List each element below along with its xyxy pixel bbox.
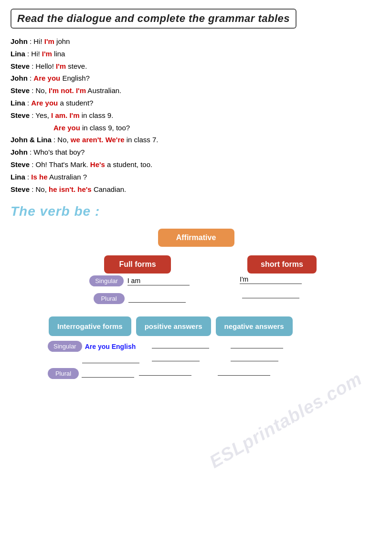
singular-interrog-text: Are you English — [85, 343, 147, 350]
grammar-area: ESLprintables.com Affirmative Full forms… — [11, 229, 381, 379]
dialogue-line-6: Lina : Are you a student? — [11, 97, 381, 109]
neg-plural-blank1 — [218, 368, 270, 376]
singular-full-row: Singular I am — [89, 275, 190, 286]
singular-short-value: I'm — [240, 275, 302, 284]
plural-full-blank — [128, 295, 186, 303]
dialogue-line-2: Lina : Hi! I'm lina — [11, 48, 381, 60]
positive-answers-button: positive answers — [136, 316, 211, 336]
plural-pill-1: Plural — [94, 293, 125, 304]
short-forms-button: short forms — [247, 255, 317, 274]
dialogue-line-7: Steve : Yes, I am. I'm in class 9. — [11, 109, 381, 122]
singular-full-value: I am — [127, 277, 190, 285]
singular-pill-interrog: Singular — [48, 341, 82, 352]
affirmative-button: Affirmative — [158, 229, 234, 247]
affirmative-section: Affirmative — [11, 229, 381, 252]
verb-section-title: The verb be : — [11, 204, 381, 219]
singular-short-row: I'm — [240, 275, 302, 284]
pos-sing-blank2 — [152, 354, 200, 361]
full-forms-button: Full forms — [104, 255, 171, 274]
interrog-sing-blank2 — [82, 356, 139, 363]
interrog-plural-blank1 — [82, 370, 134, 378]
dialogue-line-12: Lina : Is he Australian ? — [11, 171, 381, 183]
dialogue-line-5: Steve : No, I'm not. I'm Australian. — [11, 84, 381, 97]
plural-full-row: Plural — [94, 293, 186, 304]
dialogue-line-10: John : Who's that boy? — [11, 146, 381, 158]
interrog-plural-row: Plural — [11, 368, 381, 379]
pos-sing-blank1 — [152, 341, 209, 348]
dialogue-section: John : Hi! I'm john Lina : Hi! I'm lina … — [11, 35, 381, 195]
singular-pill-1: Singular — [89, 275, 124, 286]
page-title: Read the dialogue and complete the gramm… — [11, 9, 297, 29]
affirmative-lines-section: Singular I am Plural I'm — [11, 275, 381, 307]
dialogue-line-3: Steve : Hello! I'm steve. — [11, 60, 381, 73]
interrogative-section: Interrogative forms positive answers neg… — [11, 316, 381, 379]
negative-answers-button: negative answers — [216, 316, 293, 336]
dialogue-line-1: John : Hi! I'm john — [11, 35, 381, 48]
dialogue-line-9: John & Lina : No, we aren't. We're in cl… — [11, 134, 381, 146]
forms-row: Full forms short forms — [11, 255, 381, 274]
dialogue-line-13: Steve : No, he isn't. he's Canadian. — [11, 183, 381, 196]
interrogative-header-row: Interrogative forms positive answers neg… — [11, 316, 381, 336]
plural-short-blank — [242, 291, 299, 298]
interrogative-button: Interrogative forms — [49, 316, 131, 336]
dialogue-line-11: Steve : Oh! That's Mark. He's a student,… — [11, 158, 381, 171]
neg-sing-blank1 — [231, 341, 283, 348]
watermark: ESLprintables.com — [206, 368, 365, 473]
interrog-singular-row: Singular Are you English — [11, 341, 381, 363]
plural-pill-interrog: Plural — [48, 368, 79, 379]
pos-plural-blank1 — [139, 368, 191, 376]
dialogue-line-4: John : Are you English? — [11, 72, 381, 84]
neg-sing-blank2 — [231, 354, 278, 361]
plural-short-row — [242, 291, 299, 298]
dialogue-line-8: Are you in class 9, too? — [11, 122, 381, 134]
